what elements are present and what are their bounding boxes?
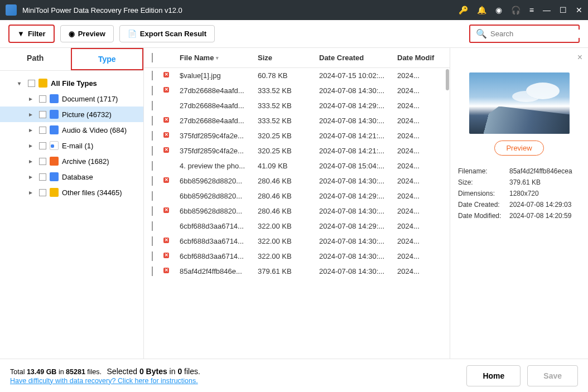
meta-dimensions-label: Dimensions: — [458, 190, 509, 197]
row-checkbox[interactable] — [152, 71, 153, 80]
col-filename[interactable]: File Name▾ — [180, 54, 258, 62]
checkbox[interactable] — [39, 189, 46, 196]
tree-item[interactable]: Archive (1682) — [0, 153, 143, 169]
menu-icon[interactable]: ≡ — [529, 6, 534, 14]
tree-item[interactable]: Picture (46732) — [0, 107, 143, 122]
table-row[interactable]: 6cbf688d3aa6714... 322.00 KB 2024-07-08 … — [144, 249, 450, 264]
table-row[interactable]: 27db26688e4aafd... 333.52 KB 2024-07-08 … — [144, 98, 450, 113]
preview-button[interactable]: ◉ Preview — [60, 25, 114, 42]
row-checkbox[interactable] — [152, 146, 153, 156]
checkbox[interactable] — [39, 127, 46, 134]
tree-root[interactable]: All File Types — [0, 75, 143, 91]
row-checkbox[interactable] — [152, 236, 153, 246]
checkbox[interactable] — [39, 111, 46, 118]
tree-item[interactable]: Audio & Video (684) — [0, 122, 143, 138]
row-checkbox[interactable] — [152, 116, 153, 125]
table-row[interactable]: 27db26688e4aafd... 333.52 KB 2024-07-08 … — [144, 113, 450, 128]
table-row[interactable]: 27db26688e4aafd... 333.52 KB 2024-07-08 … — [144, 83, 450, 98]
row-checkbox[interactable] — [152, 221, 153, 231]
col-date-modified[interactable]: Date Modif — [397, 54, 442, 62]
maximize-icon[interactable]: ☐ — [560, 6, 567, 14]
chevron-right-icon[interactable] — [29, 157, 36, 165]
folder-icon — [38, 79, 47, 88]
select-all-checkbox[interactable] — [152, 53, 153, 62]
table-row[interactable]: 4. preview the pho... 41.09 KB 2024-07-0… — [144, 158, 450, 173]
col-size[interactable]: Size — [258, 54, 319, 62]
cell-modified: 2024... — [397, 192, 442, 200]
tab-path[interactable]: Path — [0, 48, 71, 70]
filter-button[interactable]: ▼ Filter — [8, 25, 55, 43]
tab-type[interactable]: Type — [71, 48, 144, 70]
search-box[interactable]: 🔍 — [469, 25, 580, 43]
chevron-right-icon[interactable] — [29, 188, 36, 196]
scrollbar[interactable] — [445, 68, 450, 359]
table-row[interactable]: 6cbf688d3aa6714... 322.00 KB 2024-07-08 … — [144, 219, 450, 234]
checkbox[interactable] — [39, 158, 46, 165]
checkbox[interactable] — [28, 80, 35, 87]
bell-icon[interactable]: 🔔 — [477, 6, 486, 14]
headphones-icon[interactable]: 🎧 — [511, 6, 520, 14]
row-checkbox[interactable] — [152, 191, 153, 201]
chevron-right-icon[interactable] — [29, 173, 36, 181]
cell-modified: 2024... — [397, 222, 442, 230]
search-input[interactable] — [490, 30, 584, 38]
cell-filename: 375fdf2859c4fa2e... — [180, 147, 258, 155]
row-checkbox[interactable] — [152, 161, 153, 171]
export-label: Export Scan Result — [140, 30, 206, 38]
table-row[interactable]: 375fdf2859c4fa2e... 320.25 KB 2024-07-08… — [144, 128, 450, 143]
tree-item[interactable]: Database — [0, 169, 143, 185]
chevron-right-icon[interactable] — [29, 110, 36, 118]
tree-item[interactable]: E-mail (1) — [0, 138, 143, 153]
app-logo-icon — [6, 4, 17, 16]
tree-item[interactable]: Other files (34465) — [0, 185, 143, 200]
preview-open-button[interactable]: Preview — [494, 141, 543, 156]
chevron-right-icon[interactable] — [29, 126, 36, 134]
checkbox[interactable] — [39, 95, 46, 103]
cell-created: 2024-07-08 15:04:... — [319, 162, 397, 170]
table-row[interactable]: 6cbf688d3aa6714... 322.00 KB 2024-07-08 … — [144, 234, 450, 249]
checkbox[interactable] — [39, 142, 46, 149]
chevron-right-icon[interactable] — [29, 142, 36, 149]
tree-root-label: All File Types — [51, 79, 97, 88]
cell-modified: 2024... — [397, 117, 442, 125]
cell-size: 322.00 KB — [258, 222, 319, 230]
tree-item-label: Other files (34465) — [62, 188, 122, 197]
row-checkbox[interactable] — [152, 131, 153, 141]
footer-help-link[interactable]: Have difficulty with data recovery? Clic… — [10, 377, 460, 385]
row-checkbox[interactable] — [152, 176, 153, 186]
close-icon[interactable]: ✕ — [576, 6, 582, 14]
row-checkbox[interactable] — [152, 206, 153, 216]
export-button[interactable]: 📄 Export Scan Result — [119, 25, 215, 42]
save-button[interactable]: Save — [527, 365, 578, 386]
preview-close-icon[interactable]: × — [577, 52, 582, 62]
minimize-icon[interactable]: — — [543, 6, 551, 14]
tree-item[interactable]: Document (1717) — [0, 91, 143, 107]
cell-size: 320.25 KB — [258, 132, 319, 140]
row-checkbox[interactable] — [152, 251, 153, 261]
scrollbar-thumb[interactable] — [446, 69, 449, 90]
meta-created-label: Date Created: — [458, 201, 509, 209]
chevron-down-icon[interactable] — [18, 80, 25, 86]
chevron-right-icon[interactable] — [29, 95, 36, 103]
home-button[interactable]: Home — [466, 365, 520, 386]
row-checkbox[interactable] — [152, 101, 153, 110]
table-body[interactable]: $value[1].jpg 60.78 KB 2024-07-15 10:02:… — [144, 68, 450, 359]
table-row[interactable]: $value[1].jpg 60.78 KB 2024-07-15 10:02:… — [144, 68, 450, 83]
key-icon[interactable]: 🔑 — [459, 6, 468, 14]
table-row[interactable]: 6bb859628d8820... 280.46 KB 2024-07-08 1… — [144, 173, 450, 188]
checkbox[interactable] — [39, 173, 46, 181]
archive-icon — [50, 157, 59, 166]
cell-size: 333.52 KB — [258, 117, 319, 125]
table-row[interactable]: 6bb859628d8820... 280.46 KB 2024-07-08 1… — [144, 204, 450, 219]
cell-created: 2024-07-15 10:02:... — [319, 71, 397, 80]
table-row[interactable]: 85af4d2f4ffb846e... 379.61 KB 2024-07-08… — [144, 264, 450, 279]
col-date-created[interactable]: Date Created — [319, 54, 397, 62]
cell-size: 379.61 KB — [258, 267, 319, 275]
disc-icon[interactable]: ◉ — [495, 6, 502, 14]
table-row[interactable]: 6bb859628d8820... 280.46 KB 2024-07-08 1… — [144, 188, 450, 204]
row-checkbox[interactable] — [152, 267, 153, 276]
table-row[interactable]: 375fdf2859c4fa2e... 320.25 KB 2024-07-08… — [144, 143, 450, 158]
cell-created: 2024-07-08 14:30:... — [319, 117, 397, 125]
row-checkbox[interactable] — [152, 86, 153, 95]
titlebar-controls: 🔑 🔔 ◉ 🎧 ≡ — ☐ ✕ — [459, 6, 582, 14]
